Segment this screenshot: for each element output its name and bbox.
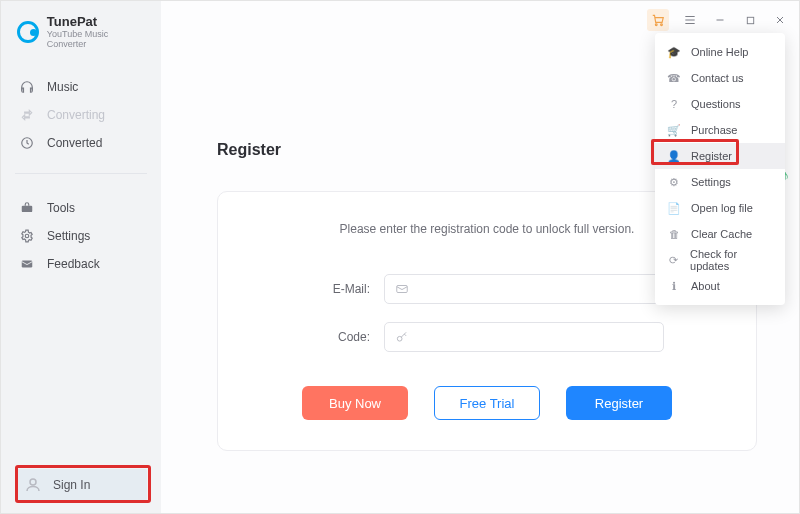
- code-field[interactable]: [384, 322, 664, 352]
- buy-now-button[interactable]: Buy Now: [302, 386, 408, 420]
- minimize-button[interactable]: [711, 11, 729, 29]
- sidebar-item-label: Converting: [47, 108, 105, 122]
- menu-item-label: Online Help: [691, 46, 748, 58]
- brand: TunePat YouTube Music Converter: [1, 1, 161, 59]
- maximize-icon: [745, 15, 756, 26]
- email-label: E-Mail:: [310, 282, 370, 296]
- converting-icon: [19, 107, 35, 123]
- app-title: TunePat: [47, 15, 149, 29]
- menu-item-contact-us[interactable]: ☎Contact us: [655, 65, 785, 91]
- menu-item-open-log-file[interactable]: 📄Open log file: [655, 195, 785, 221]
- free-trial-button[interactable]: Free Trial: [434, 386, 540, 420]
- sidebar-item-music[interactable]: Music: [1, 73, 161, 101]
- menu-item-label: Questions: [691, 98, 741, 110]
- cart-icon: 🛒: [667, 124, 681, 137]
- envelope-icon: [395, 282, 411, 296]
- maximize-button[interactable]: [741, 11, 759, 29]
- sidebar-item-feedback[interactable]: Feedback: [1, 250, 161, 278]
- sidebar-item-converting[interactable]: Converting: [1, 101, 161, 129]
- sidebar-item-label: Music: [47, 80, 78, 94]
- sidebar-item-settings[interactable]: Settings: [1, 222, 161, 250]
- sidebar: TunePat YouTube Music Converter Music Co…: [1, 1, 161, 514]
- sidebar-item-tools[interactable]: Tools: [1, 194, 161, 222]
- svg-rect-1: [22, 206, 33, 212]
- sidebar-item-label: Tools: [47, 201, 75, 215]
- svg-rect-7: [747, 17, 753, 23]
- user-plus-icon: 👤: [667, 150, 681, 163]
- svg-point-6: [661, 24, 663, 26]
- refresh-icon: ⟳: [667, 254, 680, 267]
- minimize-icon: [714, 14, 726, 26]
- menu-item-label: Check for updates: [690, 248, 773, 272]
- sidebar-item-label: Settings: [47, 229, 90, 243]
- page-title: Register: [217, 141, 281, 159]
- menu-item-label: Open log file: [691, 202, 753, 214]
- menu-item-about[interactable]: ℹAbout: [655, 273, 785, 299]
- gear-icon: ⚙: [667, 176, 681, 189]
- mail-icon: [19, 256, 35, 272]
- menu-icon: [683, 13, 697, 27]
- titlebar: [647, 9, 789, 31]
- clock-icon: [19, 135, 35, 151]
- trash-icon: 🗑: [667, 228, 681, 240]
- question-icon: ?: [667, 98, 681, 110]
- menu-item-purchase[interactable]: 🛒Purchase: [655, 117, 785, 143]
- free-trial-label: Free Trial: [460, 396, 515, 411]
- menu-item-label: Clear Cache: [691, 228, 752, 240]
- cart-button[interactable]: [647, 9, 669, 31]
- svg-rect-11: [397, 286, 408, 293]
- menu-item-online-help[interactable]: 🎓Online Help: [655, 39, 785, 65]
- menu-item-settings[interactable]: ⚙Settings: [655, 169, 785, 195]
- close-icon: [774, 14, 786, 26]
- sidebar-item-label: Feedback: [47, 257, 100, 271]
- menu-item-register[interactable]: 👤Register: [655, 143, 785, 169]
- key-icon: [395, 330, 411, 344]
- svg-rect-3: [22, 261, 33, 268]
- phone-icon: ☎: [667, 72, 681, 85]
- menu-item-label: About: [691, 280, 720, 292]
- svg-point-2: [25, 235, 29, 239]
- menu-item-check-for-updates[interactable]: ⟳Check for updates: [655, 247, 785, 273]
- code-label: Code:: [310, 330, 370, 344]
- svg-point-4: [30, 479, 36, 485]
- close-button[interactable]: [771, 11, 789, 29]
- gear-icon: [19, 228, 35, 244]
- sign-in-button[interactable]: Sign In: [15, 469, 147, 501]
- cart-icon: [651, 13, 665, 27]
- menu-item-label: Settings: [691, 176, 731, 188]
- app-subtitle: YouTube Music Converter: [47, 29, 149, 49]
- menu-item-label: Register: [691, 150, 732, 162]
- document-icon: 📄: [667, 202, 681, 215]
- sidebar-item-label: Converted: [47, 136, 102, 150]
- svg-point-12: [397, 336, 402, 341]
- register-button[interactable]: Register: [566, 386, 672, 420]
- svg-point-5: [655, 24, 657, 26]
- hamburger-menu-button[interactable]: [681, 11, 699, 29]
- headphones-icon: [19, 79, 35, 95]
- user-icon: [23, 475, 43, 495]
- menu-item-questions[interactable]: ?Questions: [655, 91, 785, 117]
- main: + ♪ Register Please enter the registrati…: [161, 1, 799, 513]
- info-icon: ℹ: [667, 280, 681, 293]
- register-label: Register: [595, 396, 643, 411]
- nav-primary: Music Converting Converted: [1, 59, 161, 167]
- nav-secondary: Tools Settings Feedback: [1, 180, 161, 288]
- menu-item-label: Contact us: [691, 72, 744, 84]
- menu-item-label: Purchase: [691, 124, 737, 136]
- app-menu-dropdown: 🎓Online Help ☎Contact us ?Questions 🛒Pur…: [655, 33, 785, 305]
- graduation-icon: 🎓: [667, 46, 681, 59]
- sidebar-item-converted[interactable]: Converted: [1, 129, 161, 157]
- app-logo: [17, 21, 39, 43]
- buy-now-label: Buy Now: [329, 396, 381, 411]
- toolbox-icon: [19, 200, 35, 216]
- divider: [15, 173, 147, 174]
- menu-item-clear-cache[interactable]: 🗑Clear Cache: [655, 221, 785, 247]
- sign-in-label: Sign In: [53, 478, 90, 492]
- email-field[interactable]: [384, 274, 664, 304]
- card-message: Please enter the registration code to un…: [254, 222, 720, 236]
